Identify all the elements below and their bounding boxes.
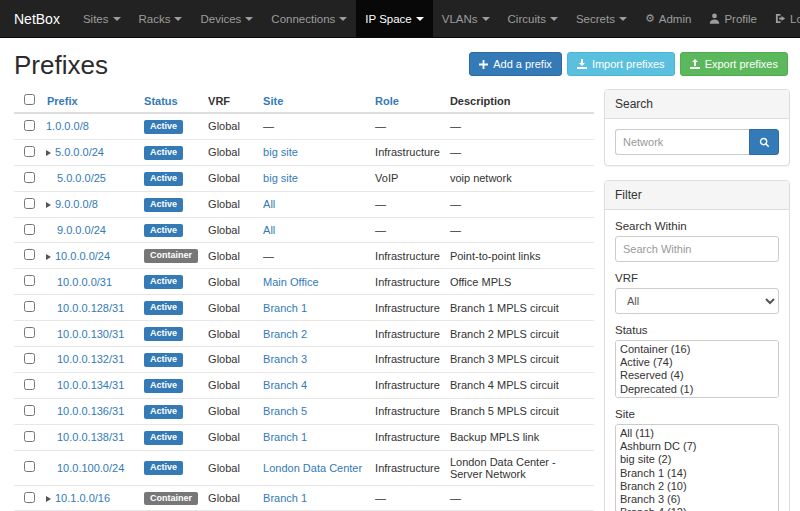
column-sort-link[interactable]: Status: [144, 95, 178, 107]
row-checkbox[interactable]: [24, 172, 35, 183]
table-row: 10.0.0.132/31ActiveGlobalBranch 3Infrast…: [14, 347, 594, 373]
search-button[interactable]: [749, 129, 779, 155]
row-checkbox[interactable]: [24, 405, 35, 416]
chevron-down-icon: [245, 17, 253, 21]
prefix-link[interactable]: 10.1.0.0/16: [55, 492, 110, 504]
add-prefix-button[interactable]: Add a prefix: [469, 52, 562, 76]
column-sort-link[interactable]: Role: [375, 95, 399, 107]
site-link[interactable]: Branch 3: [263, 353, 307, 365]
prefix-link[interactable]: 1.0.0.0/8: [46, 120, 89, 132]
prefix-link[interactable]: 10.0.0.130/31: [57, 328, 124, 340]
option-all-11-[interactable]: All (11): [618, 427, 776, 440]
select-all-checkbox[interactable]: [24, 94, 35, 105]
nav-profile[interactable]: Profile: [700, 0, 766, 37]
prefix-link[interactable]: 9.0.0.0/24: [57, 224, 106, 236]
prefix-link[interactable]: 10.0.0.132/31: [57, 353, 124, 365]
option-branch-3-6-[interactable]: Branch 3 (6): [618, 493, 776, 506]
nav-item-label: Profile: [724, 13, 757, 25]
status-badge: Active: [144, 431, 183, 445]
export-prefixes-button[interactable]: Export prefixes: [680, 52, 788, 76]
site-link[interactable]: Main Office: [263, 276, 318, 288]
row-checkbox[interactable]: [24, 492, 35, 503]
option-branch-2-10-[interactable]: Branch 2 (10): [618, 480, 776, 493]
nav-item-label: Connections: [271, 13, 335, 25]
option-deprecated-1-[interactable]: Deprecated (1): [618, 383, 776, 396]
site-link[interactable]: Branch 2: [263, 328, 307, 340]
row-checkbox[interactable]: [24, 461, 35, 472]
option-container-16-[interactable]: Container (16): [618, 343, 776, 356]
nav-item-secrets[interactable]: Secrets: [567, 0, 636, 37]
chevron-down-icon: [619, 17, 627, 21]
nav-item-ip-space[interactable]: IP Space: [356, 0, 432, 37]
option-reserved-4-[interactable]: Reserved (4): [618, 369, 776, 382]
prefix-link[interactable]: 5.0.0.0/24: [55, 146, 104, 158]
row-select-cell: [14, 269, 42, 295]
prefix-link[interactable]: 9.0.0.0/8: [55, 198, 98, 210]
prefix-link[interactable]: 10.0.0.0/31: [57, 276, 112, 288]
expand-arrow-icon: [46, 202, 51, 208]
search-input[interactable]: [615, 129, 749, 155]
nav-item-circuits[interactable]: Circuits: [499, 0, 567, 37]
prefix-link[interactable]: 10.0.100.0/24: [57, 462, 124, 474]
site-link[interactable]: All: [263, 224, 275, 236]
row-checkbox[interactable]: [24, 224, 35, 235]
row-checkbox[interactable]: [24, 353, 35, 364]
row-checkbox[interactable]: [24, 146, 35, 157]
chevron-down-icon: [550, 17, 558, 21]
nav-item-connections[interactable]: Connections: [262, 0, 356, 37]
site-link[interactable]: big site: [263, 146, 298, 158]
site-link[interactable]: big site: [263, 172, 298, 184]
site-link[interactable]: London Data Center: [263, 462, 362, 474]
vrf-select[interactable]: All: [615, 288, 779, 314]
option-branch-1-14-[interactable]: Branch 1 (14): [618, 467, 776, 480]
prefix-link[interactable]: 10.0.0.134/31: [57, 379, 124, 391]
nav-log-out[interactable]: Log out: [766, 0, 800, 37]
site-link[interactable]: Branch 5: [263, 405, 307, 417]
row-checkbox[interactable]: [24, 120, 35, 131]
prefix-link[interactable]: 10.0.0.128/31: [57, 302, 124, 314]
site-cell: London Data Center: [258, 450, 370, 485]
site-link[interactable]: All: [263, 198, 275, 210]
option-branch-4-12-[interactable]: Branch 4 (12): [618, 506, 776, 511]
row-checkbox[interactable]: [24, 301, 35, 312]
status-select[interactable]: Container (16)Active (74)Reserved (4)Dep…: [615, 340, 779, 398]
brand[interactable]: NetBox: [0, 0, 74, 37]
site-label: Site: [615, 408, 779, 420]
row-checkbox[interactable]: [24, 275, 35, 286]
row-checkbox[interactable]: [24, 379, 35, 390]
site-link[interactable]: Branch 4: [263, 379, 307, 391]
prefix-link[interactable]: 5.0.0.0/25: [57, 172, 106, 184]
site-link[interactable]: Branch 1: [263, 431, 307, 443]
row-checkbox[interactable]: [24, 431, 35, 442]
table-row: 5.0.0.0/25ActiveGlobalbig siteVoIPvoip n…: [14, 165, 594, 191]
column-sort-link[interactable]: Prefix: [47, 95, 78, 107]
vrf-cell: Global: [203, 269, 258, 295]
column-sort-link[interactable]: Site: [263, 95, 283, 107]
prefix-link[interactable]: 10.0.0.0/24: [55, 250, 110, 262]
row-select-cell: [14, 243, 42, 269]
role-cell: Infrastructure: [370, 243, 445, 269]
option-active-74-[interactable]: Active (74): [618, 356, 776, 369]
status-badge: Container: [144, 249, 198, 263]
prefix-link[interactable]: 10.0.0.136/31: [57, 405, 124, 417]
search-within-input[interactable]: [615, 236, 779, 262]
description-cell: voip network: [445, 165, 594, 191]
option-ashburn-dc-7-[interactable]: Ashburn DC (7): [618, 440, 776, 453]
row-checkbox[interactable]: [24, 198, 35, 209]
row-checkbox[interactable]: [24, 249, 35, 260]
prefix-link[interactable]: 10.0.0.138/31: [57, 431, 124, 443]
chevron-down-icon: [174, 17, 182, 21]
nav-item-vlans[interactable]: VLANs: [433, 0, 499, 37]
site-select[interactable]: All (11)Ashburn DC (7)big site (2)Branch…: [615, 424, 779, 511]
option-big-site-2-[interactable]: big site (2): [618, 453, 776, 466]
row-checkbox[interactable]: [24, 327, 35, 338]
site-link[interactable]: Branch 1: [263, 492, 307, 504]
role-cell: Infrastructure: [370, 347, 445, 373]
nav-admin[interactable]: ⚙Admin: [636, 0, 700, 37]
nav-item-sites[interactable]: Sites: [74, 0, 130, 37]
nav-item-racks[interactable]: Racks: [130, 0, 192, 37]
import-prefixes-button[interactable]: Import prefixes: [567, 52, 675, 76]
nav-item-devices[interactable]: Devices: [191, 0, 262, 37]
prefixes-table: PrefixStatusVRFSiteRoleDescription 1.0.0…: [14, 89, 594, 511]
site-link[interactable]: Branch 1: [263, 302, 307, 314]
